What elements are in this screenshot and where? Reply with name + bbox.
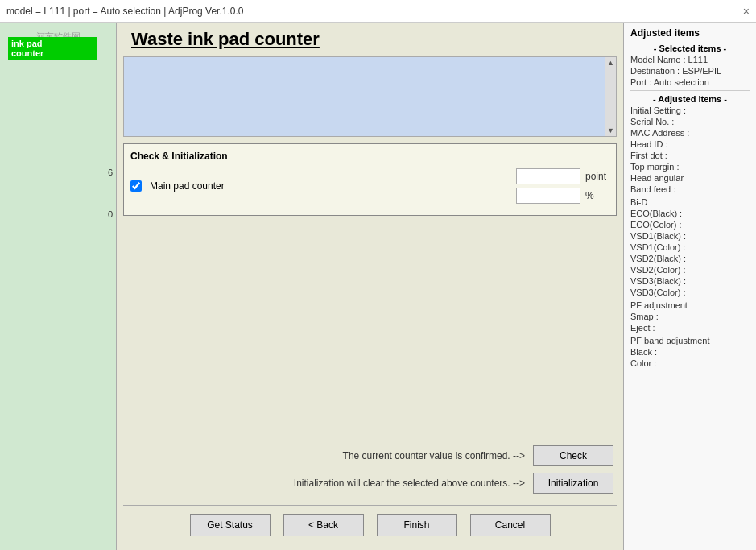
list-item: VSD3(Color) : bbox=[630, 287, 750, 297]
point-unit: point bbox=[585, 171, 609, 182]
main-pad-checkbox[interactable] bbox=[130, 180, 142, 192]
counter-inputs: point % bbox=[516, 168, 609, 204]
initialization-button[interactable]: Initialization bbox=[533, 473, 613, 494]
list-item: PF adjustment bbox=[630, 300, 750, 310]
right-sidebar-title: Adjusted items bbox=[630, 27, 750, 39]
right-items-container: Initial Setting :Serial No. :MAC Address… bbox=[630, 105, 750, 368]
point-input-row: point bbox=[516, 168, 609, 184]
close-button[interactable]: × bbox=[743, 5, 750, 18]
list-item: VSD2(Color) : bbox=[630, 265, 750, 275]
list-item: ECO(Black) : bbox=[630, 209, 750, 218]
model-name: Model Name : L111 bbox=[630, 55, 750, 64]
point-input[interactable] bbox=[516, 168, 580, 184]
page-title: Waste ink pad counter bbox=[131, 29, 617, 50]
display-scrollbar[interactable]: ▲ ▼ bbox=[605, 57, 616, 136]
check-init-section: Check & Initialization Main pad counter … bbox=[123, 143, 617, 216]
percent-input[interactable] bbox=[516, 188, 580, 204]
main-layout: 河车软件网 www.pc0 ink pad counter 6 0 Waste … bbox=[0, 23, 756, 550]
scroll-down-arrow[interactable]: ▼ bbox=[607, 126, 614, 134]
counter-row: Main pad counter point % bbox=[130, 168, 609, 204]
list-item: MAC Address : bbox=[630, 128, 750, 138]
list-item: Head ID : bbox=[630, 139, 750, 149]
check-action-text: The current counter value is confirmed. … bbox=[343, 450, 525, 461]
display-area: ▲ ▼ bbox=[123, 56, 617, 137]
back-button[interactable]: < Back bbox=[283, 514, 364, 536]
bottom-bar: Get Status < Back Finish Cancel bbox=[123, 505, 617, 544]
scroll-up-arrow[interactable]: ▲ bbox=[607, 59, 614, 67]
list-item: Smap : bbox=[630, 312, 750, 321]
finish-button[interactable]: Finish bbox=[377, 514, 457, 536]
destination: Destination : ESP/EPIL bbox=[630, 66, 750, 76]
list-item: VSD1(Color) : bbox=[630, 242, 750, 252]
right-divider1 bbox=[630, 90, 750, 91]
init-action-row: Initialization will clear the selected a… bbox=[123, 473, 617, 494]
list-item: VSD3(Black) : bbox=[630, 276, 750, 286]
percent-unit: % bbox=[585, 190, 609, 201]
title-bar: model = L111 | port = Auto selection | A… bbox=[0, 0, 756, 23]
list-item: VSD1(Black) : bbox=[630, 231, 750, 241]
counter-label: Main pad counter bbox=[150, 180, 508, 192]
list-item: Eject : bbox=[630, 323, 750, 333]
check-button[interactable]: Check bbox=[533, 445, 613, 466]
list-item: First dot : bbox=[630, 151, 750, 160]
center-content: Waste ink pad counter ▲ ▼ Check & Initia… bbox=[117, 23, 623, 550]
action-area: The current counter value is confirmed. … bbox=[123, 359, 617, 506]
list-item: VSD2(Black) : bbox=[630, 254, 750, 263]
left-sidebar: 河车软件网 www.pc0 ink pad counter 6 0 bbox=[0, 23, 117, 550]
cancel-button[interactable]: Cancel bbox=[470, 514, 551, 536]
right-sidebar: Adjusted items - Selected items - Model … bbox=[623, 23, 756, 550]
list-item: Color : bbox=[630, 358, 750, 368]
title-bar-text: model = L111 | port = Auto selection | A… bbox=[6, 6, 243, 17]
list-item: Black : bbox=[630, 347, 750, 357]
list-item: Band feed : bbox=[630, 184, 750, 194]
check-action-row: The current counter value is confirmed. … bbox=[123, 445, 617, 466]
list-item: Top margin : bbox=[630, 162, 750, 172]
check-init-title: Check & Initialization bbox=[130, 151, 609, 162]
center-spacer bbox=[123, 222, 617, 359]
list-item: Bi-D bbox=[630, 197, 750, 207]
port: Port : Auto selection bbox=[630, 77, 750, 87]
percent-input-row: % bbox=[516, 188, 609, 204]
get-status-button[interactable]: Get Status bbox=[190, 514, 271, 536]
list-item: Initial Setting : bbox=[630, 105, 750, 115]
list-item: Serial No. : bbox=[630, 117, 750, 126]
left-sidebar-content: 河车软件网 www.pc0 ink pad counter 6 0 bbox=[0, 23, 116, 550]
left-numbers: 6 0 bbox=[108, 167, 113, 219]
list-item: Head angular bbox=[630, 173, 750, 183]
selected-items-header: - Selected items - bbox=[630, 43, 750, 53]
title-text: model = L111 | port = Auto selection | A… bbox=[6, 6, 243, 17]
list-item: ECO(Color) : bbox=[630, 220, 750, 230]
adjusted-items-header: - Adjusted items - bbox=[630, 94, 750, 104]
init-action-text: Initialization will clear the selected a… bbox=[294, 478, 525, 489]
list-item: PF band adjustment bbox=[630, 336, 750, 345]
sidebar-green-label: ink pad counter bbox=[8, 37, 97, 60]
